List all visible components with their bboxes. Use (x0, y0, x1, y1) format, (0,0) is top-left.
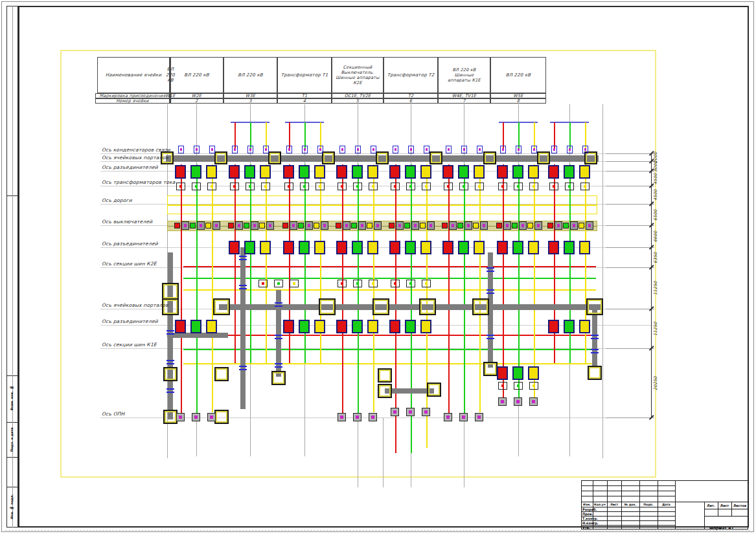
current-transformer-icon (514, 382, 523, 390)
busbar-clamp-icon (166, 360, 174, 364)
breaker-icon (480, 221, 488, 230)
breaker-phase-square (457, 223, 463, 228)
table-number-cell: 3 (223, 98, 277, 104)
disconnector-icon (283, 320, 294, 333)
line-apparatus-icon (355, 146, 361, 153)
surge-arrester-icon (459, 413, 468, 421)
dimension-extension (606, 309, 654, 309)
breaker-phase-square (367, 223, 372, 228)
table-number-cell: 8 (490, 98, 546, 104)
disconnector-icon (405, 165, 416, 179)
dimension-label: 6350 (652, 243, 659, 272)
axis-label: Ось ОПН (102, 411, 199, 417)
current-transformer-icon (422, 280, 431, 287)
table-row-label: Маркировка присоединения (95, 93, 170, 98)
table-number-cell: 7 (438, 98, 490, 104)
breaker-phase-square (473, 223, 479, 228)
surge-arrester-icon (514, 397, 522, 406)
portal-tower (472, 298, 489, 315)
current-transformer-icon (274, 280, 283, 287)
table-name-cell: ВЛ 220 кВ (490, 57, 546, 93)
line-apparatus-icon (567, 146, 573, 153)
current-transformer-icon (391, 280, 400, 287)
current-transformer-icon (565, 183, 574, 190)
current-transformer-icon (406, 280, 415, 287)
axis-label: Ось ячейковых порталов (102, 302, 199, 309)
title-block-sheet-header: Листов (731, 502, 748, 509)
breaker-phase-square (496, 223, 502, 228)
dimension-extension (606, 247, 654, 248)
breaker-phase-square (563, 223, 569, 228)
table-marking-cell: W2E (170, 93, 223, 98)
disconnector-icon (299, 241, 310, 254)
disconnector-icon (352, 241, 363, 254)
surge-arrester-icon (338, 413, 346, 421)
dimension-line (651, 153, 652, 417)
busbar-clamp-icon (487, 267, 494, 272)
breaker-phase-square (420, 223, 426, 228)
current-transformer-icon (353, 280, 362, 287)
breaker-icon (212, 221, 220, 230)
portal-tower (319, 298, 336, 315)
axis-label: Ось секции шин К1Е (102, 342, 199, 348)
disconnector-icon (336, 241, 347, 254)
disconnector-icon (314, 165, 325, 179)
line-apparatus-icon (531, 146, 537, 153)
disconnector-icon (579, 165, 590, 179)
disconnector-icon (299, 320, 310, 333)
surge-arrester-icon (498, 397, 507, 406)
bottom-dashed (5, 530, 750, 531)
phase-conductor (250, 164, 251, 363)
phase-conductor (266, 164, 267, 363)
line-apparatus-icon (500, 146, 506, 153)
disconnector-icon (528, 165, 539, 179)
disconnector-icon (497, 366, 508, 380)
current-transformer-icon (300, 183, 309, 190)
dimension-label: 11250 (652, 315, 659, 343)
dimension-extension (606, 186, 654, 186)
title-block-header: № док. (621, 502, 639, 507)
line-apparatus-icon (582, 146, 588, 153)
busbar-clamp-icon (239, 285, 247, 289)
disconnector-icon (458, 165, 469, 179)
breaker-phase-square (578, 223, 584, 228)
breaker-icon (534, 221, 542, 230)
disconnector-icon (260, 241, 271, 254)
breaker-icon (396, 221, 404, 230)
breaker-phase-square (259, 223, 265, 228)
portal-tower (483, 362, 498, 376)
disconnector-icon (206, 165, 217, 179)
title-block-line (581, 485, 675, 486)
disconnector-icon (442, 165, 453, 179)
table-number-cell: 2 (170, 98, 223, 104)
current-transformer-icon (549, 183, 558, 190)
dimension-extension (606, 348, 654, 349)
line-apparatus-icon (286, 146, 292, 153)
busbar-clamp-icon (275, 335, 282, 339)
table-number-cell: 4 (277, 98, 332, 104)
disconnector-icon (336, 165, 347, 179)
title-block-header: Изм. (581, 502, 593, 507)
breaker-phase-square (228, 223, 234, 228)
breaker-icon (555, 221, 562, 230)
portal-tower (162, 283, 179, 300)
dimension-label: 11250 (652, 274, 659, 302)
title-block-header: Лист (607, 502, 621, 507)
title-block-header: Дата (658, 502, 675, 507)
portal-tower (376, 151, 389, 164)
disconnector-icon (442, 241, 453, 254)
breaker-icon (266, 221, 274, 230)
line-apparatus-icon (461, 146, 467, 153)
busbar-clamp-icon (239, 366, 247, 370)
line-apparatus-icon (339, 146, 345, 153)
side-strip-label: Подп. и дата (7, 423, 16, 456)
phase-conductor (342, 164, 343, 417)
title-block-sign-label: Н.контр. (582, 520, 607, 525)
line-apparatus-icon (446, 146, 452, 153)
portal-tower (584, 151, 597, 164)
portal-tower (378, 368, 392, 383)
current-transformer-icon (261, 183, 270, 190)
line-apparatus-icon (393, 146, 398, 153)
portal-tower (214, 410, 229, 424)
title-block-sheet-header: Лист (718, 502, 731, 509)
